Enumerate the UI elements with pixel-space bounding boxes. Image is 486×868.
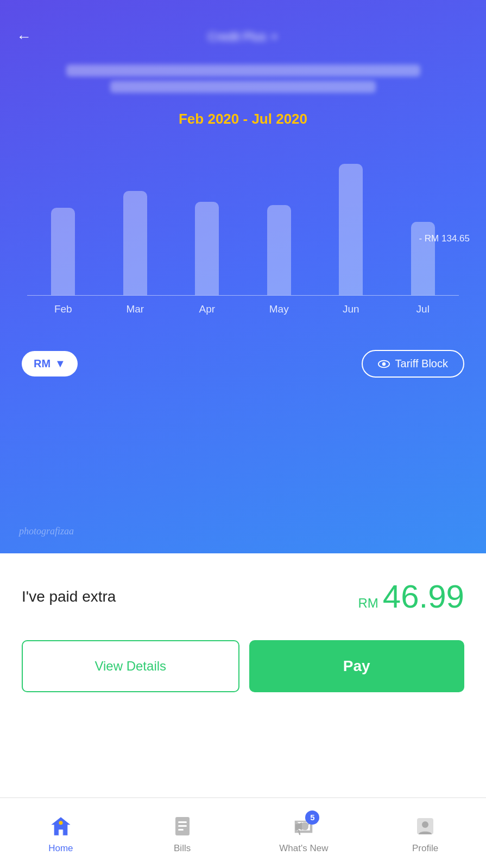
- watermark: photografizaa: [19, 526, 74, 537]
- whats-new-icon: 5: [290, 813, 317, 840]
- home-icon: [47, 813, 74, 840]
- nav-item-whats-new[interactable]: 5 What's New: [243, 813, 365, 854]
- back-button[interactable]: ←: [16, 28, 31, 46]
- chart-value-label: - RM 134.65: [419, 233, 470, 244]
- bar-may: [243, 205, 315, 295]
- currency-selector[interactable]: RM ▼: [22, 351, 78, 376]
- svg-point-3: [59, 821, 62, 825]
- chart-label-may: May: [243, 303, 315, 315]
- svg-point-12: [422, 821, 428, 828]
- chart-label-jun: Jun: [315, 303, 387, 315]
- profile-nav-label: Profile: [412, 843, 438, 854]
- paid-value: 46.99: [383, 580, 464, 613]
- bar-apr: [171, 202, 243, 295]
- nav-item-home[interactable]: Home: [0, 813, 122, 854]
- bar-jun: [315, 164, 387, 295]
- date-range: Feb 2020 - Jul 2020: [0, 111, 486, 127]
- chart-label-row: FebMarAprMayJunJul: [27, 296, 459, 315]
- chart-label-mar: Mar: [99, 303, 172, 315]
- account-dropdown-arrow[interactable]: ▼: [270, 33, 278, 41]
- paid-label: I've paid extra: [22, 588, 116, 605]
- chart-label-jul: Jul: [387, 303, 459, 315]
- svg-rect-7: [178, 829, 184, 831]
- subtitle-line-1: [66, 65, 420, 76]
- paid-row: I've paid extra RM 46.99: [22, 580, 464, 613]
- currency-label: RM: [34, 358, 51, 370]
- action-buttons: View Details Pay: [22, 640, 464, 692]
- svg-rect-2: [58, 829, 63, 835]
- bottom-section: I've paid extra RM 46.99 View Details Pa…: [0, 553, 486, 692]
- profile-icon: [412, 813, 439, 840]
- tariff-block-button[interactable]: Tariff Block: [362, 350, 464, 378]
- bar-feb: [27, 208, 99, 295]
- view-details-button[interactable]: View Details: [22, 640, 239, 692]
- chart-label-apr: Apr: [171, 303, 243, 315]
- bar-mar: [99, 191, 172, 295]
- account-name: Credit Plus ▼: [208, 30, 278, 44]
- bottom-nav: Home Bills: [0, 797, 486, 868]
- controls-row: RM ▼ Tariff Block: [0, 334, 486, 394]
- svg-rect-6: [178, 825, 187, 827]
- bills-nav-label: Bills: [174, 843, 191, 854]
- svg-line-10: [299, 831, 300, 834]
- subtitle-line-2: [110, 81, 376, 93]
- chart-label-feb: Feb: [27, 303, 99, 315]
- whats-new-badge: 5: [305, 810, 319, 825]
- bills-icon: [169, 813, 196, 840]
- whats-new-nav-label: What's New: [279, 843, 328, 854]
- nav-item-profile[interactable]: Profile: [364, 813, 486, 854]
- pay-button[interactable]: Pay: [249, 640, 465, 692]
- nav-item-bills[interactable]: Bills: [122, 813, 243, 854]
- bars-container: [27, 144, 459, 296]
- svg-rect-5: [178, 821, 187, 823]
- eye-icon: [378, 360, 390, 368]
- svg-rect-9: [295, 824, 299, 828]
- chart-area: FebMarAprMayJunJul - RM 134.65: [0, 144, 486, 328]
- home-nav-label: Home: [48, 843, 73, 854]
- top-section: ← Credit Plus ▼ Feb 2020 - Jul 2020 FebM…: [0, 0, 486, 553]
- svg-point-1: [382, 362, 385, 365]
- subtitle-area: [0, 55, 486, 111]
- tariff-label: Tariff Block: [395, 358, 448, 370]
- currency-arrow: ▼: [55, 358, 66, 370]
- paid-currency: RM: [358, 596, 378, 611]
- paid-amount: RM 46.99: [358, 580, 464, 613]
- header: ← Credit Plus ▼: [0, 0, 486, 55]
